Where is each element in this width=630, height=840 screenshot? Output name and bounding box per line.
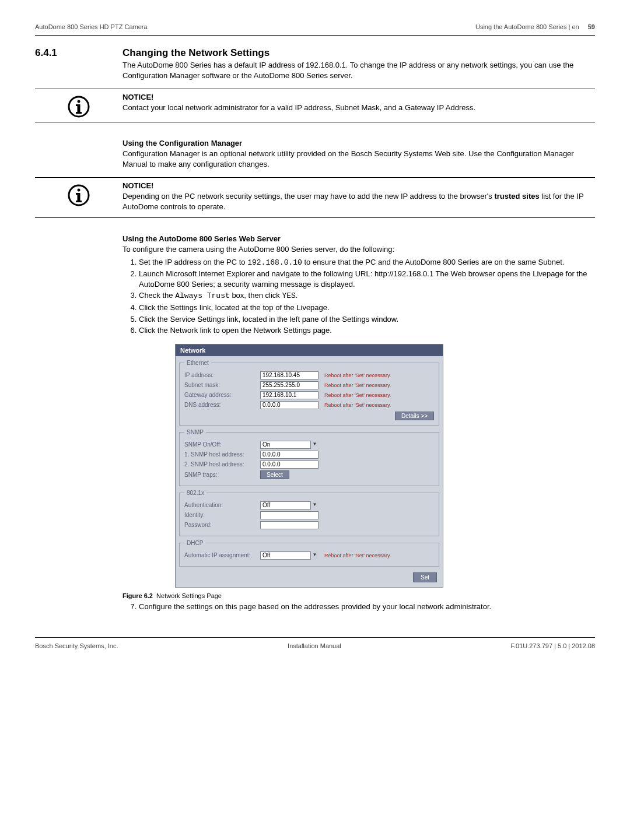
info-icon — [35, 181, 123, 214]
dns-label: DNS address: — [184, 402, 260, 408]
reboot-note: Reboot after 'Set' necessary. — [324, 382, 391, 388]
info-icon — [35, 93, 123, 118]
subheading-configmgr: Using the Configuration Manager — [123, 139, 595, 147]
steps-list-cont: Configure the settings on this page base… — [123, 602, 595, 612]
footer-left: Bosch Security Systems, Inc. — [35, 642, 118, 649]
snmp-select-button[interactable]: Select — [260, 470, 289, 479]
reboot-note: Reboot after 'Set' necessary. — [324, 553, 391, 558]
reboot-note: Reboot after 'Set' necessary. — [324, 372, 391, 378]
svg-point-6 — [78, 189, 80, 192]
identity-label: Identity: — [184, 512, 260, 518]
snmp-traps-label: SNMP traps: — [184, 472, 260, 478]
snmp-host1-input[interactable] — [260, 451, 318, 459]
subheading-webserver: Using the AutoDome 800 Series Web Server — [123, 234, 595, 243]
svg-rect-9 — [76, 193, 80, 195]
configmgr-text: Configuration Manager is an optional net… — [123, 149, 595, 169]
notice-block-2: NOTICE! Depending on the PC network secu… — [35, 177, 595, 218]
dhcp-auto-select[interactable]: ▼ — [260, 551, 318, 560]
steps-list: Set the IP address on the PC to 192.168.… — [123, 257, 595, 336]
auth-label: Authentication: — [184, 502, 260, 508]
notice-text: Depending on the PC network security set… — [123, 191, 595, 212]
panel-title: Network — [176, 345, 443, 356]
dot1x-group: 802.1x Authentication: ▼ Identity: Passw… — [179, 490, 439, 536]
step-1: Set the IP address on the PC to 192.168.… — [139, 257, 595, 268]
gateway-label: Gateway address: — [184, 392, 260, 398]
step-5: Click the Service Settings link, located… — [139, 314, 595, 325]
step-7: Configure the settings on this page base… — [139, 602, 595, 612]
dhcp-group: DHCP Automatic IP assignment: ▼ Reboot a… — [179, 540, 439, 567]
header-right: Using the AutoDome 800 Series | en — [475, 23, 579, 30]
notice-text: Contact your local network administrator… — [123, 103, 595, 113]
notice-title: NOTICE! — [123, 181, 595, 190]
snmp-onoff-select[interactable]: ▼ — [260, 441, 318, 449]
password-input[interactable] — [260, 521, 318, 529]
ethernet-group: Ethernet IP address: Reboot after 'Set' … — [179, 360, 439, 426]
snmp-host2-input[interactable] — [260, 461, 318, 469]
chevron-down-icon: ▼ — [310, 501, 318, 509]
reboot-note: Reboot after 'Set' necessary. — [324, 392, 391, 398]
chevron-down-icon: ▼ — [310, 551, 318, 560]
password-label: Password: — [184, 522, 260, 528]
svg-rect-8 — [76, 201, 82, 202]
network-settings-figure: Network Ethernet IP address: Reboot afte… — [175, 344, 443, 588]
subnet-input[interactable] — [260, 381, 318, 389]
snmp-onoff-label: SNMP On/Off: — [184, 441, 260, 448]
set-button[interactable]: Set — [413, 572, 437, 582]
section-intro: The AutoDome 800 Series has a default IP… — [123, 60, 595, 80]
auth-select[interactable]: ▼ — [260, 501, 318, 509]
dns-input[interactable] — [260, 401, 318, 409]
page-header: AutoDome 800 Series HD PTZ Camera Using … — [35, 23, 595, 30]
svg-rect-3 — [76, 112, 82, 114]
header-left: AutoDome 800 Series HD PTZ Camera — [35, 23, 148, 30]
subnet-label: Subnet mask: — [184, 382, 260, 388]
step-3: Check the Always Trust box, then click Y… — [139, 290, 595, 301]
snmp-group: SNMP SNMP On/Off: ▼ 1. SNMP host address… — [179, 429, 439, 486]
page-number: 59 — [588, 23, 595, 30]
footer-rule — [35, 637, 595, 638]
step-2: Launch Microsoft Internet Explorer and n… — [139, 269, 595, 289]
dhcp-auto-label: Automatic IP assignment: — [184, 552, 260, 558]
header-rule — [35, 35, 595, 36]
step-6: Click the Network link to open the Netwo… — [139, 325, 595, 336]
ip-label: IP address: — [184, 372, 260, 378]
identity-input[interactable] — [260, 511, 318, 519]
notice-title: NOTICE! — [123, 93, 595, 101]
chevron-down-icon: ▼ — [310, 441, 318, 449]
webserver-intro: To configure the camera using the AutoDo… — [123, 244, 595, 255]
snmp-host2-label: 2. SNMP host address: — [184, 461, 260, 468]
footer-right: F.01U.273.797 | 5.0 | 2012.08 — [510, 642, 595, 649]
section-title: Changing the Network Settings — [123, 47, 595, 59]
page-footer: Bosch Security Systems, Inc. Installatio… — [35, 642, 595, 649]
figure-caption: Figure 6.2 Network Settings Page — [123, 592, 595, 599]
notice-block-1: NOTICE! Contact your local network admin… — [35, 89, 595, 122]
svg-point-1 — [78, 100, 80, 103]
section-number: 6.4.1 — [35, 47, 57, 58]
reboot-note: Reboot after 'Set' necessary. — [324, 402, 391, 408]
step-4: Click the Settings link, located at the … — [139, 303, 595, 313]
details-button[interactable]: Details >> — [395, 412, 434, 420]
gateway-input[interactable] — [260, 391, 318, 399]
ip-input[interactable] — [260, 371, 318, 379]
svg-rect-4 — [76, 104, 80, 106]
snmp-host1-label: 1. SNMP host address: — [184, 451, 260, 458]
footer-center: Installation Manual — [288, 642, 341, 649]
